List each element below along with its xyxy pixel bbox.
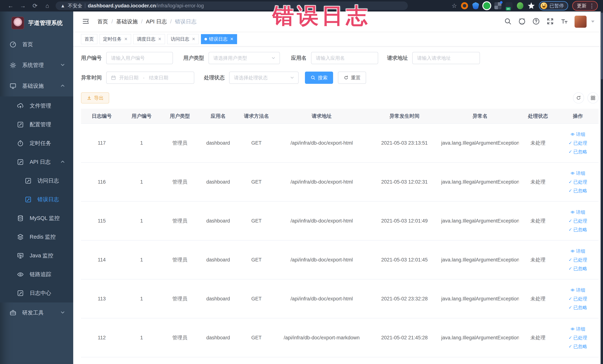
search-icon[interactable] <box>504 17 512 26</box>
cell-app: dashboard <box>199 201 237 240</box>
processed-link[interactable]: ✓已处理 <box>568 257 587 263</box>
detail-link[interactable]: 详细 <box>570 170 585 176</box>
sidebar-item-label: API 日志 <box>30 158 51 166</box>
cell-status: 未处理 <box>519 240 557 279</box>
chrome-toolbar: ☆ on 已暂停 更新 ⋮ <box>452 1 598 11</box>
home-icon[interactable]: ⌂ <box>42 1 53 10</box>
breadcrumb-item[interactable]: 基础设施 <box>116 18 138 25</box>
help-icon[interactable] <box>532 17 540 26</box>
sidebar-item-log-center[interactable]: 日志中心 <box>0 284 73 303</box>
sidebar-item-home[interactable]: 首页 <box>0 34 73 55</box>
extension-icon-grid[interactable] <box>494 2 501 9</box>
close-icon[interactable]: ✕ <box>192 37 195 42</box>
browser-scrollbar[interactable] <box>601 12 603 364</box>
kebab-menu-icon[interactable]: ⋮ <box>589 3 595 9</box>
tab-home[interactable]: 首页 <box>81 34 97 44</box>
processed-link[interactable]: ✓已处理 <box>568 140 587 146</box>
user-avatar[interactable] <box>574 16 587 28</box>
sidebar: 芋道管理系统 首页 系统管理 基础设施 文件管理 <box>0 12 73 364</box>
bookmark-star-icon[interactable]: ☆ <box>452 2 457 9</box>
cell-url: /api/infra/db-doc/export-html <box>276 163 368 201</box>
extension-icon-puzzle[interactable] <box>528 2 535 9</box>
address-bar[interactable]: ▲ 不安全 dashboard.yudao.iocoder.cn/infra/l… <box>56 1 408 10</box>
export-button[interactable]: 导出 <box>81 92 109 104</box>
extension-icon-blue-shield[interactable] <box>472 2 479 9</box>
sidebar-item-error-log[interactable]: 错误日志 <box>0 190 73 209</box>
search-button[interactable]: 搜索 <box>305 71 333 84</box>
sidebar-item-scheduled-tasks[interactable]: 定时任务 <box>0 134 73 153</box>
profile-paused-badge[interactable]: 已暂停 <box>539 1 568 10</box>
process-status-select[interactable]: 请选择处理状态 <box>229 71 299 84</box>
cell-exception: java.lang.IllegalArgumentException <box>441 240 519 279</box>
scrollbar-thumb[interactable] <box>601 13 603 79</box>
tab-schedule-log[interactable]: 调度日志✕ <box>133 34 165 44</box>
sidebar-item-java-monitor[interactable]: Java 监控 <box>0 246 73 265</box>
sidebar-item-dev-tools[interactable]: 研发工具 <box>0 303 73 323</box>
sidebar-item-redis-monitor[interactable]: Redis 监控 <box>0 227 73 246</box>
tab-scheduled-tasks[interactable]: 定时任务✕ <box>100 34 131 44</box>
user-id-input[interactable] <box>106 52 173 64</box>
date-range-input[interactable]: 开始日期 - 结束日期 <box>106 71 194 84</box>
extension-icon-orange[interactable] <box>461 2 468 9</box>
close-icon[interactable]: ✕ <box>158 37 161 42</box>
logo-image <box>12 17 24 29</box>
timer-icon <box>17 140 24 147</box>
ignored-link[interactable]: ✓已忽略 <box>568 305 587 311</box>
eye-icon <box>570 132 575 137</box>
tab-access-log[interactable]: 访问日志✕ <box>167 34 199 44</box>
browser-update-button[interactable]: 更新 ⋮ <box>572 1 598 11</box>
tab-error-log[interactable]: 错误日志✕ <box>201 34 237 44</box>
user-type-select[interactable]: 请选择用户类型 <box>209 52 280 64</box>
processed-link[interactable]: ✓已处理 <box>568 179 587 185</box>
processed-link[interactable]: ✓已处理 <box>568 335 587 341</box>
forward-icon[interactable]: → <box>17 1 28 10</box>
github-icon[interactable] <box>518 17 526 26</box>
detail-link[interactable]: 详细 <box>570 209 585 215</box>
extension-icon-leaf[interactable] <box>517 2 524 9</box>
extension-icon-green-v[interactable] <box>483 2 490 9</box>
breadcrumb-item[interactable]: API 日志 <box>146 18 167 25</box>
sidebar-item-api-log[interactable]: API 日志 <box>0 153 73 171</box>
sidebar-item-mysql-monitor[interactable]: MySQL 监控 <box>0 209 73 227</box>
detail-link[interactable]: 详细 <box>570 131 585 137</box>
cell-url: /api/infra/db-doc/export-markdown <box>276 318 368 357</box>
close-icon[interactable]: ✕ <box>124 37 128 42</box>
ignored-link[interactable]: ✓已忽略 <box>568 227 587 233</box>
reset-button[interactable]: 重置 <box>338 71 366 84</box>
filter-label: 用户编号 <box>81 55 102 61</box>
sidebar-item-infrastructure[interactable]: 基础设施 <box>0 76 73 96</box>
detail-link[interactable]: 详细 <box>570 287 585 293</box>
ignored-link[interactable]: ✓已忽略 <box>568 188 587 194</box>
sidebar-collapse-icon[interactable] <box>82 17 90 26</box>
cell-url: /api/infra/db-doc/export-html <box>276 240 368 279</box>
sidebar-item-tracing[interactable]: 链路追踪 <box>0 265 73 284</box>
detail-link[interactable]: 详细 <box>570 326 585 332</box>
update-label: 更新 <box>577 3 587 9</box>
processed-link[interactable]: ✓已处理 <box>568 296 587 302</box>
sidebar-item-system[interactable]: 系统管理 <box>0 55 73 76</box>
app-title: 芋道管理系统 <box>28 19 63 27</box>
app-name-input[interactable] <box>311 52 378 64</box>
logo-row[interactable]: 芋道管理系统 <box>0 12 73 34</box>
fullscreen-icon[interactable] <box>546 17 554 26</box>
extension-icon-dark-on[interactable]: on <box>506 2 512 9</box>
sidebar-item-file-management[interactable]: 文件管理 <box>0 96 73 115</box>
sidebar-item-access-log[interactable]: 访问日志 <box>0 171 73 190</box>
refresh-button[interactable] <box>573 92 584 104</box>
back-icon[interactable]: ← <box>5 1 16 10</box>
reload-icon[interactable]: ⟳ <box>30 1 40 10</box>
cell-user-type: 管理员 <box>161 318 199 357</box>
ignored-link[interactable]: ✓已忽略 <box>568 343 587 350</box>
breadcrumb-item[interactable]: 首页 <box>97 18 108 25</box>
request-url-input[interactable] <box>412 52 480 64</box>
font-size-icon[interactable] <box>560 17 568 26</box>
detail-link[interactable]: 详细 <box>570 248 585 254</box>
sidebar-item-config-management[interactable]: 配置管理 <box>0 115 73 134</box>
avatar-caret-icon[interactable] <box>591 21 594 23</box>
column-settings-button[interactable] <box>587 92 599 104</box>
close-icon[interactable]: ✕ <box>230 37 233 42</box>
ignored-link[interactable]: ✓已忽略 <box>568 149 587 155</box>
ignored-link[interactable]: ✓已忽略 <box>568 266 587 272</box>
processed-link[interactable]: ✓已处理 <box>568 218 587 224</box>
filter-label: 异常时间 <box>81 74 102 81</box>
